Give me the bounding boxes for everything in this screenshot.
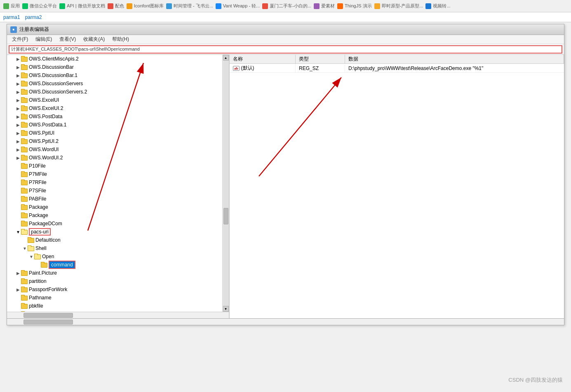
tree-item-shell[interactable]: ▼ Shell bbox=[7, 244, 222, 252]
tab-thingjs[interactable]: ThingJS 演示 bbox=[337, 3, 371, 9]
tree-item-paintpicture[interactable]: ▶ Paint.Picture bbox=[7, 269, 222, 277]
tree-item-ows-client[interactable]: ▶ OWS.ClientMiscApis.2 bbox=[7, 55, 222, 63]
folder-icon-passportforwork bbox=[21, 287, 28, 292]
tree-item-ows-word2[interactable]: ▶ OWS.WordUI.2 bbox=[7, 154, 222, 162]
tree-item-pathname[interactable]: Pathname bbox=[7, 294, 222, 302]
tree-item-package[interactable]: ▶ Package bbox=[7, 203, 222, 211]
tree-label-ows-excel2: OWS.ExcelUI.2 bbox=[29, 105, 63, 111]
tree-item-p10file[interactable]: ▶ P10File bbox=[7, 162, 222, 170]
expand-arrow-pacs-uri: ▼ bbox=[15, 229, 21, 235]
tab-wechat[interactable]: 微信公众平台 bbox=[22, 3, 57, 9]
tree-item-defaulticon[interactable]: DefaultIcon bbox=[7, 236, 222, 244]
tree-item-passportforwork[interactable]: ▶ PassportForWork bbox=[7, 285, 222, 294]
tree-item-partition[interactable]: partition bbox=[7, 277, 222, 285]
menu-edit[interactable]: 编辑(E) bbox=[32, 35, 55, 44]
tree-item-open[interactable]: ▼ Open bbox=[7, 252, 222, 261]
tree-item-packagedcom[interactable]: ▶ PackageDCom bbox=[7, 219, 222, 228]
scroll-thumb[interactable] bbox=[223, 208, 228, 224]
tree-item-ows-disc[interactable]: ▶ OWS.DiscussionBar bbox=[7, 63, 222, 71]
tab-art-icon bbox=[314, 3, 320, 9]
tree-item-pbkfile[interactable]: pbkfile bbox=[7, 302, 222, 310]
hscroll-thumb[interactable] bbox=[23, 313, 73, 318]
tab-time[interactable]: 时间管理 - 飞书云... bbox=[166, 3, 213, 9]
tab-time-icon bbox=[166, 3, 172, 9]
menu-file[interactable]: 文件(F) bbox=[9, 35, 31, 44]
tab-vant[interactable]: Vant Weapp - 轻... bbox=[216, 3, 260, 9]
tree-item-ows-ppt2[interactable]: ▶ OWS.PptUI.2 bbox=[7, 137, 222, 145]
regedit-window: 注册表编辑器 文件(F) 编辑(E) 查看(V) 收藏夹(A) 帮助(H) ▶ bbox=[7, 24, 564, 325]
tab-apps[interactable]: 应用 bbox=[3, 3, 20, 9]
tree-label-ows-disc2: OWS.DiscussionServers.2 bbox=[29, 89, 87, 95]
tree-item-ows-word[interactable]: ▶ OWS.WordUI bbox=[7, 145, 222, 154]
tab-video-icon bbox=[425, 3, 431, 9]
link-parma1[interactable]: parma1 bbox=[3, 14, 20, 20]
regedit-window-area: 注册表编辑器 文件(F) 编辑(E) 查看(V) 收藏夹(A) 帮助(H) ▶ bbox=[3, 24, 568, 325]
scroll-track[interactable] bbox=[223, 61, 229, 306]
tree-item-packagex[interactable]: ▶ Package bbox=[7, 211, 222, 219]
tab-iconfont[interactable]: Iconfont图标库 bbox=[127, 3, 164, 9]
folder-icon-package bbox=[21, 204, 28, 210]
main-hscroll[interactable] bbox=[7, 318, 564, 325]
tree-item-command[interactable]: command bbox=[7, 261, 222, 269]
tree-item-p7mfile[interactable]: ▶ P7MFile bbox=[7, 170, 222, 178]
tree-item-ows-disc1[interactable]: ▶ OWS.DiscussionBar.1 bbox=[7, 71, 222, 79]
data-cell-data: D:\phpstudy_pro\WWW\test\Release\ArcFace… bbox=[345, 65, 564, 72]
tree-item-pabfile[interactable]: ▶ PABFile bbox=[7, 195, 222, 203]
tab-art[interactable]: 爱素材 bbox=[314, 3, 335, 9]
tab-proto[interactable]: 即时原型-产品原型... bbox=[374, 3, 423, 9]
tab-video[interactable]: 视频转... bbox=[425, 3, 450, 9]
scroll-down-btn[interactable]: ▼ bbox=[223, 306, 229, 312]
tree-vscroll[interactable]: ▲ ▼ bbox=[222, 55, 229, 312]
menu-help[interactable]: 帮助(H) bbox=[109, 35, 132, 44]
folder-icon-ows-disc2 bbox=[21, 89, 28, 95]
tree-label-p7mfile: P7MFile bbox=[29, 171, 47, 177]
tree-item-ows-discserv[interactable]: ▶ OWS.DiscussionServers bbox=[7, 79, 222, 88]
data-type-value: REG_SZ bbox=[299, 65, 319, 71]
tab-color[interactable]: 配色 bbox=[108, 3, 124, 9]
tree-item-ows-post[interactable]: ▶ OWS.PostData bbox=[7, 112, 222, 121]
expand-arrow-ows-client: ▶ bbox=[15, 56, 21, 62]
scroll-up-btn[interactable]: ▲ bbox=[223, 55, 229, 61]
address-input[interactable] bbox=[9, 45, 562, 54]
tree-label-ows-word: OWS.WordUI bbox=[29, 147, 59, 152]
tree-item-ows-post1[interactable]: ▶ OWS.PostData.1 bbox=[7, 121, 222, 129]
tree-label-pacs-uri: pacs-uri bbox=[29, 228, 51, 236]
data-name-value: (默认) bbox=[241, 65, 254, 72]
tab-app-icon bbox=[3, 3, 9, 9]
tree-scroll[interactable]: ▶ OWS.ClientMiscApis.2 ▶ OWS.DiscussionB… bbox=[7, 55, 222, 312]
tree-item-p7sfile[interactable]: ▶ P7SFile bbox=[7, 187, 222, 195]
folder-icon-command bbox=[41, 262, 47, 268]
tree-label-ows-post: OWS.PostData bbox=[29, 114, 62, 119]
menu-view[interactable]: 查看(V) bbox=[56, 35, 79, 44]
tab-car[interactable]: 厦门二手车-小白的... bbox=[262, 3, 311, 9]
tree-item-pacs-uri[interactable]: ▼ pacs-uri bbox=[7, 228, 222, 236]
menu-favorites[interactable]: 收藏夹(A) bbox=[80, 35, 108, 44]
tree-item-ows-excel[interactable]: ▶ OWS.ExcelUI bbox=[7, 96, 222, 104]
col-header-data: 数据 bbox=[345, 55, 564, 63]
main-hscroll-thumb[interactable] bbox=[23, 320, 73, 324]
link-parma2[interactable]: parma2 bbox=[25, 14, 42, 20]
tree-item-ows-excel2[interactable]: ▶ OWS.ExcelUI.2 bbox=[7, 104, 222, 112]
tab-color-icon bbox=[108, 3, 113, 9]
regedit-titlebar: 注册表编辑器 bbox=[7, 24, 564, 35]
folder-icon-p10file bbox=[21, 163, 28, 169]
tree-label-ows-excel: OWS.ExcelUI bbox=[29, 97, 59, 103]
browser-tab-bar: 应用 微信公众平台 API | 微信开放文档 配色 Iconfont图标库 时间… bbox=[0, 0, 571, 12]
tree-item-ows-ppt[interactable]: ▶ OWS.PptUI bbox=[7, 129, 222, 137]
data-row-default[interactable]: ab (默认) REG_SZ D:\phpstudy_pro\WWW\test\… bbox=[230, 64, 564, 73]
tree-label-passportforwork: PassportForWork bbox=[29, 287, 67, 292]
folder-icon-ows-disc bbox=[21, 64, 28, 70]
tree-item-ows-disc2[interactable]: ▶ OWS.DiscussionServers.2 bbox=[7, 88, 222, 96]
tab-api[interactable]: API | 微信开放文档 bbox=[59, 3, 105, 9]
expand-arrow-ows-disc: ▶ bbox=[15, 64, 21, 70]
folder-icon-ows-ppt2 bbox=[21, 138, 28, 144]
tab-iconfont-icon bbox=[127, 3, 132, 9]
tree-item-p7rfile[interactable]: ▶ P7RFile bbox=[7, 178, 222, 187]
folder-icon-p7mfile bbox=[21, 171, 28, 177]
regedit-title-text: 注册表编辑器 bbox=[19, 26, 49, 33]
tree-hscroll[interactable] bbox=[7, 312, 229, 318]
folder-icon-pathname bbox=[21, 295, 28, 301]
tree-label-pathname: Pathname bbox=[29, 295, 52, 301]
data-cell-name: ab (默认) bbox=[230, 64, 296, 72]
tree-label-pabfile: PABFile bbox=[29, 196, 46, 202]
